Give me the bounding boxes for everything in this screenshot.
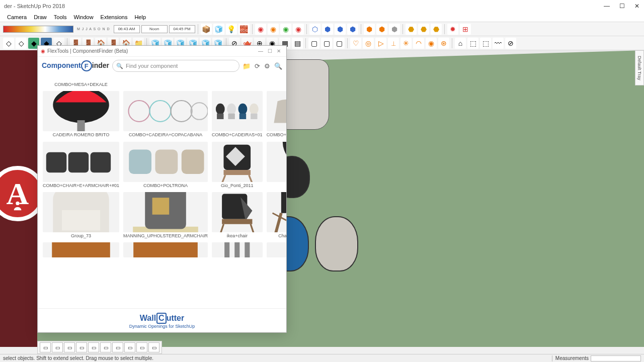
tool-icon[interactable]: 🧊 — [213, 24, 224, 35]
component-item[interactable]: Group_73 — [42, 191, 120, 239]
menu-tools[interactable]: Tools — [51, 13, 70, 21]
tool-icon[interactable]: ◇ — [3, 38, 14, 49]
component-grid: COMBO+MESA+DEKALE CADEIRA ROMERO BRITO C… — [38, 75, 286, 308]
tool-icon[interactable]: ⊘ — [505, 38, 516, 49]
scene-thumb[interactable]: ▭ — [64, 342, 75, 352]
tool-icon[interactable]: ⬢ — [389, 24, 400, 35]
tool-icon[interactable]: 🧱 — [238, 24, 250, 35]
tool-icon[interactable]: 💡 — [226, 24, 237, 35]
window-maximize-button[interactable]: ☐ — [619, 3, 625, 9]
tool-icon[interactable]: ▢ — [321, 38, 332, 49]
tool-icon[interactable]: ⟂ — [388, 38, 399, 49]
window-minimize-button[interactable]: — — [604, 3, 610, 9]
tool-icon[interactable]: ⌂ — [455, 38, 466, 49]
scene-thumb[interactable]: ▭ — [100, 342, 111, 352]
svg-rect-46 — [224, 242, 229, 257]
tool-icon[interactable]: ▢ — [308, 38, 319, 49]
tool-icon[interactable]: ◎ — [363, 38, 374, 49]
menu-camera[interactable]: Camera — [4, 13, 30, 21]
component-item[interactable]: MANNING_UPHOLSTERED_ARMCHAIR — [122, 191, 209, 239]
tool-icon[interactable]: ⬣ — [406, 24, 417, 35]
measurements-label: Measurements — [555, 355, 589, 361]
window-close-button[interactable]: ✕ — [634, 3, 640, 9]
scene-thumb[interactable]: ▭ — [124, 342, 135, 352]
scene-thumb[interactable]: ▭ — [52, 342, 63, 352]
component-item[interactable]: COMBO+CADEIRA+COPACABANA — [122, 90, 209, 138]
tool-icon[interactable]: ⬣ — [418, 24, 429, 35]
component-item[interactable] — [42, 241, 120, 258]
menu-draw[interactable]: Draw — [31, 13, 50, 21]
tool-icon[interactable]: ⬢ — [347, 24, 358, 35]
component-item[interactable]: Gio_Ponti_2011 — [211, 141, 264, 189]
tool-icon[interactable]: ◇ — [16, 38, 27, 49]
tool-icon[interactable]: ⬢ — [335, 24, 346, 35]
tool-icon[interactable]: ⊛ — [438, 38, 449, 49]
component-item[interactable]: COMBO+POLTRONA — [122, 141, 209, 189]
component-item[interactable]: COMBO+CHAIR+E+ARMCHAIR+#01 — [42, 141, 120, 189]
model-chair[interactable] — [315, 216, 358, 272]
component-item[interactable] — [211, 76, 264, 88]
tool-icon[interactable]: ⊞ — [460, 24, 471, 35]
tool-icon[interactable]: ▷ — [375, 38, 386, 49]
search-input[interactable]: Find your component — [112, 60, 239, 72]
tool-icon[interactable]: ⬢ — [376, 24, 387, 35]
tool-icon[interactable]: ⬢ — [322, 24, 333, 35]
tool-icon[interactable]: ⬡ — [309, 24, 320, 35]
settings-icon[interactable]: ⚙ — [264, 62, 270, 70]
search-icon[interactable]: 🔍 — [274, 62, 282, 70]
shadow-time-2[interactable]: 04:45 PM — [169, 25, 195, 33]
scene-thumb[interactable]: ▭ — [76, 342, 87, 352]
component-item[interactable]: Chair_Folding_Directors — [266, 191, 286, 239]
tool-icon[interactable]: ◉ — [280, 24, 291, 35]
component-item[interactable] — [266, 76, 286, 88]
svg-point-7 — [191, 103, 208, 120]
menu-help[interactable]: Help — [131, 13, 149, 21]
tool-icon[interactable]: ◠ — [413, 38, 424, 49]
tool-icon[interactable]: 〰 — [493, 38, 504, 49]
finder-footer[interactable]: WallCutter Dynamic Openings for SketchUp — [38, 308, 286, 332]
component-item[interactable] — [122, 76, 209, 88]
tool-icon[interactable]: ⬚ — [467, 38, 478, 49]
tool-icon[interactable]: ◉ — [426, 38, 437, 49]
folder-icon[interactable]: 📁 — [243, 62, 251, 70]
component-item[interactable]: ikea+chair — [211, 191, 264, 239]
scene-thumb[interactable]: ▭ — [40, 342, 51, 352]
component-item[interactable] — [211, 241, 264, 258]
svg-rect-11 — [228, 114, 234, 119]
component-item[interactable] — [266, 241, 286, 258]
component-item[interactable]: COMBO+CADEIRAS+01 — [211, 90, 264, 138]
finder-maximize-button[interactable]: ☐ — [265, 48, 274, 54]
tool-icon[interactable]: ⬣ — [431, 24, 442, 35]
finder-minimize-button[interactable]: — — [256, 48, 265, 54]
tool-icon[interactable]: ♡ — [350, 38, 361, 49]
tool-icon[interactable]: ⬢ — [364, 24, 375, 35]
refresh-icon[interactable]: ⟳ — [255, 62, 260, 70]
component-item[interactable] — [122, 241, 209, 258]
tool-icon[interactable]: ✳ — [400, 38, 412, 49]
component-item[interactable]: COMBO+MESA+DEKALE — [42, 76, 120, 88]
tool-icon[interactable]: ⬚ — [480, 38, 491, 49]
component-item[interactable]: Gray Chair — [266, 141, 286, 189]
scene-thumb[interactable]: ▭ — [136, 342, 147, 352]
scene-thumb[interactable]: ▭ — [88, 342, 99, 352]
tool-icon[interactable]: 📦 — [201, 24, 212, 35]
default-tray-tab[interactable]: Default Tray — [635, 50, 644, 85]
menu-extensions[interactable]: Extensions — [98, 13, 131, 21]
tool-icon[interactable]: ✹ — [447, 24, 458, 35]
measurements-input[interactable] — [591, 355, 641, 361]
tool-icon[interactable]: ◉ — [293, 24, 304, 35]
tool-icon[interactable]: ▤ — [292, 38, 303, 49]
tool-icon[interactable]: ◉ — [255, 24, 266, 35]
finder-close-button[interactable]: ✕ — [274, 48, 283, 54]
finder-titlebar[interactable]: ◉ FlexTools | ComponentFinder (Beta) — ☐… — [38, 46, 286, 57]
component-item[interactable]: COMBO+CADEIRAS+SIERRA+#01 — [266, 90, 286, 138]
svg-rect-16 — [46, 152, 67, 173]
component-item[interactable]: CADEIRA ROMERO BRITO — [42, 90, 120, 138]
menu-window[interactable]: Window — [70, 13, 96, 21]
shadow-gradient[interactable] — [3, 26, 73, 33]
tool-icon[interactable]: ▢ — [334, 38, 345, 49]
scene-thumb[interactable]: ▭ — [148, 342, 159, 352]
shadow-time-1[interactable]: 06:43 AM — [114, 25, 140, 33]
scene-thumb[interactable]: ▭ — [112, 342, 123, 352]
tool-icon[interactable]: ◉ — [268, 24, 279, 35]
